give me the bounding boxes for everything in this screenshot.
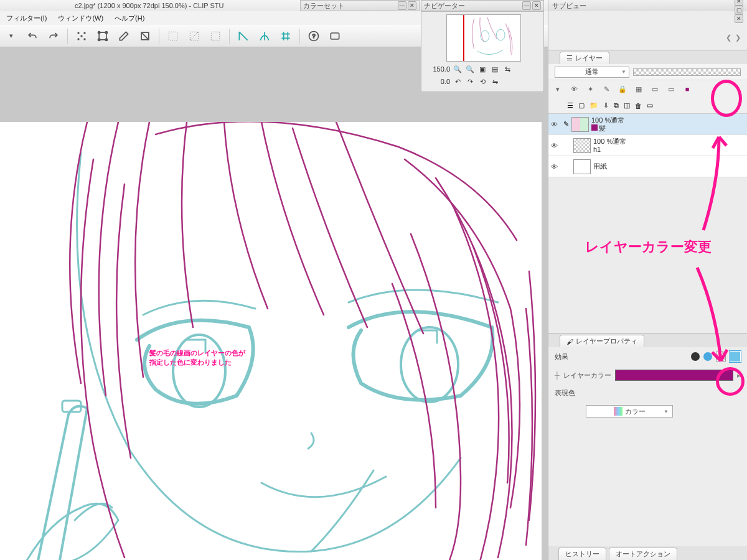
navigator-panel-header[interactable]: ナビゲーター — ✕ <box>421 0 544 11</box>
new-raster-icon[interactable]: ▢ <box>578 101 585 110</box>
rotate-value[interactable]: 0.0 <box>425 78 450 85</box>
layer-thumbnail[interactable] <box>573 159 591 174</box>
layer-thumbnail[interactable] <box>573 138 591 153</box>
close-icon[interactable]: ✕ <box>408 1 416 10</box>
minimize-icon[interactable]: — <box>398 1 406 10</box>
colorset-title: カラーセット <box>303 1 344 11</box>
layer-color-label: レイヤーカラー <box>563 371 611 380</box>
transfer-icon[interactable]: ⇩ <box>603 101 609 110</box>
close2-icon[interactable]: ✕ <box>735 14 743 23</box>
transform-icon[interactable] <box>94 27 111 45</box>
effect-border-icon[interactable] <box>691 352 700 361</box>
zoom-in-icon[interactable]: 🔍 <box>465 64 475 74</box>
assist-icon[interactable] <box>326 27 344 45</box>
help-icon[interactable]: ? <box>305 27 322 45</box>
layer-color-icon[interactable]: ■ <box>682 83 693 95</box>
mirror-icon[interactable]: ⇋ <box>490 77 500 86</box>
zoom-out-icon[interactable]: 🔍 <box>453 64 463 74</box>
deselect-icon[interactable] <box>136 27 154 45</box>
close-icon[interactable]: ✕ <box>532 1 541 10</box>
chevron-icon[interactable]: ▸ <box>737 371 741 380</box>
layer-property-tab[interactable]: 🖌 レイヤープロパティ <box>560 335 644 347</box>
colorset-panel-header[interactable]: カラーセット — ✕ <box>300 0 420 11</box>
mask-icon[interactable]: ▦ <box>633 83 644 95</box>
layer-tab-label: レイヤー <box>575 54 603 63</box>
reset-rotation-icon[interactable]: ⟲ <box>477 77 487 86</box>
subview-title: サブビュー <box>552 1 586 11</box>
new-folder-icon[interactable]: 📁 <box>590 101 598 110</box>
rotate-right-icon[interactable]: ↷ <box>465 77 475 86</box>
dropdown-icon[interactable]: ▾ <box>552 83 563 95</box>
navigator-panel: 150.0 🔍 🔍 ▣ ▤ ⇆ 0.0 ↶ ↷ ⟲ ⇋ <box>421 11 544 92</box>
layer-row[interactable]: 👁 100 %通常 h1 <box>548 135 747 156</box>
select-all-icon[interactable] <box>164 27 182 45</box>
color-icon <box>614 407 622 416</box>
undo-icon[interactable] <box>24 27 41 45</box>
prev-icon[interactable]: ❮ <box>726 34 731 42</box>
svg-point-6 <box>98 31 100 33</box>
snap-grid-icon[interactable] <box>277 27 294 45</box>
canvas-area <box>0 47 548 560</box>
layer-color-bar[interactable] <box>615 370 733 381</box>
menu-help[interactable]: ヘルプ(H) <box>111 12 148 24</box>
history-tab[interactable]: ヒストリー <box>558 548 606 560</box>
blend-mode-select[interactable]: 通常 <box>555 67 629 78</box>
ruler-icon[interactable]: ▭ <box>649 83 660 95</box>
visibility-icon[interactable]: 👁 <box>551 142 561 149</box>
select-border-icon[interactable] <box>207 27 224 45</box>
autoaction-tab[interactable]: オートアクション <box>609 548 677 560</box>
svg-text:?: ? <box>312 33 315 39</box>
combine-icon[interactable]: ◫ <box>624 101 630 110</box>
layer-row[interactable]: 👁 ✎ 100 %通常 髪 <box>548 114 747 135</box>
svg-point-9 <box>105 39 107 40</box>
extra-icon[interactable]: ▭ <box>647 101 653 110</box>
effect-layercolor-icon[interactable] <box>730 351 741 362</box>
visibility-icon[interactable]: 👁 <box>551 121 561 128</box>
pencil-icon[interactable]: ✎ <box>601 83 612 95</box>
effect-tone-icon[interactable] <box>703 352 712 361</box>
eraser-icon[interactable] <box>115 27 133 45</box>
layer-row[interactable]: 👁 用紙 <box>548 156 747 177</box>
canvas[interactable] <box>0 122 542 560</box>
menu-window[interactable]: ウィンドウ(W) <box>54 12 107 24</box>
opacity-slider[interactable] <box>633 68 741 76</box>
visibility-icon[interactable]: 👁 <box>551 163 561 170</box>
close-icon[interactable]: ✕ <box>735 0 743 6</box>
svg-point-1 <box>83 32 85 34</box>
navigator-title: ナビゲーター <box>424 1 465 11</box>
layer-name: 用紙 <box>593 162 607 170</box>
zoom-value[interactable]: 150.0 <box>425 65 450 73</box>
expression-select[interactable]: カラー <box>586 405 673 418</box>
merge-icon[interactable]: ⧉ <box>614 101 619 110</box>
layer-property-panel: 🖌 レイヤープロパティ 効果 ┼ レイヤーカラー ▸ 表現色 カラ <box>548 333 747 515</box>
flip-icon[interactable]: ⇆ <box>502 64 512 74</box>
link-icon[interactable]: ▭ <box>665 83 677 95</box>
lock-icon[interactable]: 🔒 <box>617 83 628 95</box>
eye-icon[interactable]: 👁 <box>568 83 580 95</box>
navigator-thumbnail[interactable] <box>446 14 521 62</box>
fit-icon[interactable]: ▣ <box>477 64 487 74</box>
svg-line-11 <box>141 32 149 40</box>
select-invert-icon[interactable] <box>186 27 203 45</box>
next-icon[interactable]: ❯ <box>735 34 741 42</box>
layer-thumbnail[interactable] <box>571 117 589 132</box>
actual-size-icon[interactable]: ▤ <box>490 64 500 74</box>
rotate-left-icon[interactable]: ↶ <box>453 77 463 86</box>
clear-icon[interactable] <box>73 27 90 45</box>
snap-ruler-icon[interactable] <box>235 27 252 45</box>
menu-filter[interactable]: フィルター(I) <box>2 12 50 24</box>
dropdown-icon[interactable]: ▾ <box>2 27 20 45</box>
new-layer-icon[interactable]: ☰ <box>567 101 573 110</box>
snap-perspective-icon[interactable] <box>256 27 273 45</box>
person-icon[interactable]: ✦ <box>585 83 596 95</box>
collapse-icon[interactable]: ▢ <box>735 6 743 14</box>
brush-icon: ✎ <box>563 120 569 128</box>
redo-icon[interactable] <box>45 27 62 45</box>
minimize-icon[interactable]: — <box>522 1 531 10</box>
right-column: サブビュー — ✕ ▢ ✕ ❮ ❯ ☰ レイヤー 通常 <box>548 0 747 560</box>
layer-tab[interactable]: ☰ レイヤー <box>560 52 609 64</box>
svg-rect-12 <box>169 32 177 40</box>
effect-checker-icon[interactable] <box>716 352 726 362</box>
layer-list: 👁 ✎ 100 %通常 髪 👁 100 %通常 h1 👁 <box>548 114 747 177</box>
delete-icon[interactable]: 🗑 <box>635 102 642 110</box>
